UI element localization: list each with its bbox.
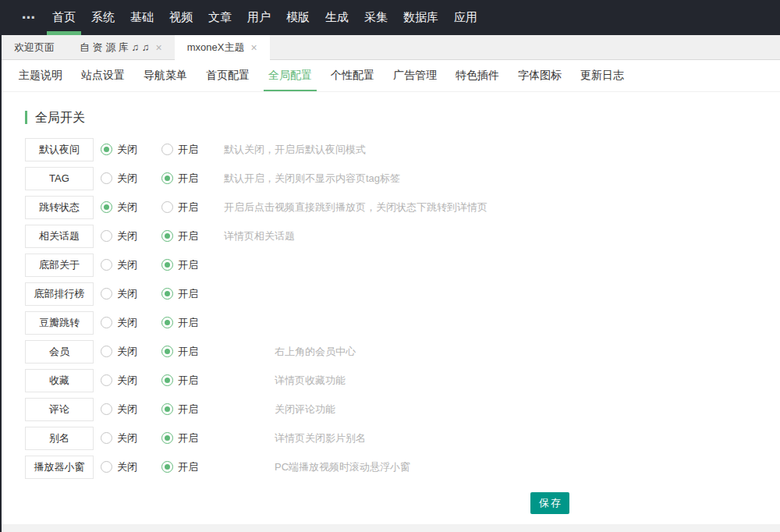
- top-nav-item[interactable]: 系统: [83, 0, 122, 35]
- radio-off-label: 关闭: [117, 172, 137, 186]
- radio-on-label: 开启: [178, 316, 198, 330]
- page-tab[interactable]: mxoneX主题 ×: [175, 35, 270, 60]
- config-tab[interactable]: 首页配置: [200, 60, 256, 91]
- radio-on[interactable]: 开启: [161, 200, 215, 215]
- radio-off[interactable]: 关闭: [101, 345, 154, 359]
- radio-off-label: 关闭: [117, 287, 137, 301]
- radio-circle-icon: [161, 432, 173, 444]
- radio-circle-icon: [101, 144, 112, 155]
- top-nav-item[interactable]: 模版: [278, 0, 317, 35]
- switch-description: 详情页收藏功能: [275, 374, 346, 388]
- radio-on-label: 开启: [178, 229, 198, 243]
- radio-on[interactable]: 开启: [161, 431, 215, 445]
- radio-off-label: 关闭: [117, 345, 137, 359]
- content: 全局开关 默认夜间 关闭 开启 默认关闭，开启后默认夜间模式: [2, 111, 780, 514]
- switch-label: 收藏: [25, 369, 94, 392]
- switch-label: 豆瓣跳转: [25, 311, 94, 335]
- radio-off-label: 关闭: [117, 143, 137, 157]
- close-tab-icon[interactable]: ×: [156, 42, 162, 53]
- config-tab[interactable]: 字体图标: [512, 60, 568, 91]
- radio-circle-icon: [161, 461, 173, 473]
- config-tab[interactable]: 更新日志: [574, 60, 630, 91]
- radio-on[interactable]: 开启: [161, 172, 215, 186]
- switch-label: 底部排行榜: [25, 282, 94, 306]
- radio-off-label: 关闭: [117, 229, 137, 243]
- radio-off[interactable]: 关闭: [101, 258, 154, 272]
- top-nav-item[interactable]: 采集: [356, 0, 395, 35]
- top-nav-item[interactable]: 基础: [122, 0, 161, 35]
- radio-on-label: 开启: [178, 287, 198, 301]
- radio-off[interactable]: 关闭: [101, 460, 154, 474]
- page-tab[interactable]: 自 资 源 库 ♫ ♫ ×: [67, 35, 175, 59]
- radio-on[interactable]: 开启: [161, 460, 215, 474]
- top-nav-item[interactable]: 数据库: [395, 0, 446, 35]
- switch-label: TAG: [25, 167, 94, 190]
- radio-circle-icon: [101, 432, 112, 444]
- radio-circle-icon: [101, 201, 112, 213]
- radio-on-label: 开启: [178, 258, 198, 272]
- switch-description: 关闭评论功能: [275, 403, 335, 417]
- radio-circle-icon: [101, 230, 112, 242]
- radio-on[interactable]: 开启: [161, 316, 215, 330]
- radio-on[interactable]: 开启: [161, 345, 215, 359]
- radio-circle-icon: [161, 374, 173, 386]
- radio-circle-icon: [161, 288, 173, 300]
- config-tab[interactable]: 个性配置: [324, 60, 381, 91]
- radio-on[interactable]: 开启: [161, 287, 215, 301]
- radio-on[interactable]: 开启: [161, 374, 215, 388]
- radio-off[interactable]: 关闭: [101, 403, 154, 417]
- radio-circle-icon: [161, 259, 173, 271]
- radio-off[interactable]: 关闭: [101, 172, 154, 186]
- radio-circle-icon: [161, 346, 173, 357]
- switch-description: 默认开启，关闭则不显示内容页tag标签: [224, 172, 400, 186]
- save-button[interactable]: 保存: [530, 492, 569, 514]
- config-tab[interactable]: 特色插件: [449, 60, 505, 91]
- radio-on-label: 开启: [178, 460, 198, 474]
- radio-off[interactable]: 关闭: [101, 316, 154, 330]
- radio-on-label: 开启: [178, 200, 198, 215]
- top-nav-item[interactable]: 应用: [446, 0, 485, 35]
- config-tab[interactable]: 广告管理: [387, 60, 443, 91]
- radio-circle-icon: [101, 403, 112, 415]
- radio-circle-icon: [101, 259, 112, 271]
- switch-description: 详情页相关话题: [224, 229, 295, 243]
- radio-off[interactable]: 关闭: [101, 200, 154, 215]
- radio-off[interactable]: 关闭: [101, 287, 154, 301]
- top-nav-item[interactable]: 视频: [161, 0, 200, 35]
- main-frame: 欢迎页面 自 资 源 库 ♫ ♫ × mxoneX主题 × 主题说明 站点设置: [0, 35, 780, 532]
- radio-circle-icon: [101, 374, 112, 386]
- radio-on-label: 开启: [178, 172, 198, 186]
- radio-off[interactable]: 关闭: [101, 431, 154, 445]
- top-nav-item[interactable]: 首页: [44, 0, 83, 35]
- switch-label: 评论: [25, 398, 94, 421]
- radio-off-label: 关闭: [117, 316, 137, 330]
- radio-on-label: 开启: [178, 143, 198, 157]
- radio-circle-icon: [101, 346, 112, 357]
- page-tab[interactable]: 欢迎页面: [2, 35, 67, 59]
- top-nav-item[interactable]: 生成: [317, 0, 356, 35]
- radio-off-label: 关闭: [117, 460, 137, 474]
- radio-off[interactable]: 关闭: [101, 143, 154, 157]
- switch-row: 底部排行榜 关闭 开启: [25, 279, 780, 308]
- radio-circle-icon: [101, 288, 112, 300]
- config-tab[interactable]: 导航菜单: [137, 60, 193, 91]
- radio-on[interactable]: 开启: [161, 143, 215, 157]
- more-menu-icon[interactable]: ⋯: [12, 0, 44, 35]
- config-tab[interactable]: 主题说明: [12, 60, 69, 91]
- top-nav-item[interactable]: 文章: [200, 0, 239, 35]
- close-tab-icon[interactable]: ×: [250, 42, 257, 53]
- config-tab[interactable]: 站点设置: [75, 60, 131, 91]
- radio-off-label: 关闭: [117, 403, 137, 417]
- switch-description: 开启后点击视频直接跳到播放页，关闭状态下跳转到详情页: [224, 200, 488, 215]
- config-tab[interactable]: 全局配置: [262, 60, 318, 91]
- top-nav-item[interactable]: 用户: [239, 0, 278, 35]
- radio-off[interactable]: 关闭: [101, 229, 154, 243]
- radio-on-label: 开启: [178, 403, 198, 417]
- radio-circle-icon: [101, 461, 112, 473]
- radio-off[interactable]: 关闭: [101, 374, 154, 388]
- radio-on[interactable]: 开启: [161, 229, 215, 243]
- radio-on[interactable]: 开启: [161, 258, 215, 272]
- radio-on[interactable]: 开启: [161, 403, 215, 417]
- radio-circle-icon: [161, 172, 173, 184]
- switch-row: 别名 关闭 开启 详情页关闭影片别名: [25, 424, 780, 452]
